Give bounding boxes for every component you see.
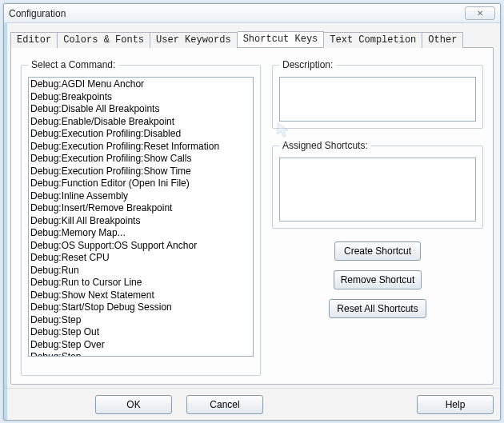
- list-item[interactable]: Debug:Execution Profiling:Show Calls: [29, 153, 253, 166]
- group-select-command: Select a Command: Debug:AGDI Menu Anchor…: [21, 59, 261, 376]
- cancel-button[interactable]: Cancel: [186, 395, 263, 414]
- window-title: Configuration: [9, 8, 66, 19]
- tab-other[interactable]: Other: [422, 32, 463, 48]
- group-description: Description:: [272, 59, 483, 129]
- group-select-command-label: Select a Command:: [28, 59, 118, 70]
- tab-strip: EditorColors & FontsUser KeywordsShortcu…: [10, 31, 494, 47]
- list-item[interactable]: Debug:Step Over: [29, 339, 253, 352]
- tab-panel-shortcut-keys: Select a Command: Debug:AGDI Menu Anchor…: [10, 47, 494, 385]
- tab-user-keywords[interactable]: User Keywords: [150, 32, 238, 48]
- tab-colors-fonts[interactable]: Colors & Fonts: [58, 32, 150, 48]
- list-item[interactable]: Debug:Run to Cursor Line: [29, 277, 253, 289]
- list-item[interactable]: Debug:Enable/Disable Breakpoint: [29, 116, 253, 129]
- command-listbox[interactable]: Debug:AGDI Menu AnchorDebug:BreakpointsD…: [28, 77, 254, 357]
- list-item[interactable]: Debug:Execution Profiling:Disabled: [29, 128, 253, 141]
- list-item[interactable]: Debug:Inline Assembly: [29, 190, 253, 203]
- list-item[interactable]: Debug:Execution Profiling:Reset Informat…: [29, 141, 253, 154]
- list-item[interactable]: Debug:Run: [29, 265, 253, 277]
- titlebar: Configuration ✕: [4, 4, 500, 23]
- list-item[interactable]: Debug:Execution Profiling:Show Time: [29, 166, 253, 178]
- group-assigned-label: Assigned Shortcuts:: [279, 140, 371, 151]
- close-icon: ✕: [477, 9, 483, 18]
- list-item[interactable]: Debug:Insert/Remove Breakpoint: [29, 202, 253, 215]
- group-description-label: Description:: [279, 59, 336, 70]
- close-button[interactable]: ✕: [465, 6, 495, 20]
- configuration-dialog: Configuration ✕ EditorColors & FontsUser…: [3, 3, 501, 421]
- list-item[interactable]: Debug:Show Next Statement: [29, 289, 253, 302]
- list-item[interactable]: Debug:Kill All Breakpoints: [29, 215, 253, 228]
- left-edge-strip: [4, 23, 7, 420]
- ok-button[interactable]: OK: [95, 395, 172, 414]
- list-item[interactable]: Debug:Step: [29, 314, 253, 327]
- tab-editor[interactable]: Editor: [10, 32, 58, 48]
- reset-all-shortcuts-button[interactable]: Reset All Shortcuts: [329, 299, 426, 318]
- group-assigned-shortcuts: Assigned Shortcuts:: [272, 140, 483, 229]
- tab-text-completion[interactable]: Text Completion: [324, 32, 422, 48]
- tab-shortcut-keys[interactable]: Shortcut Keys: [238, 31, 325, 47]
- create-shortcut-button[interactable]: Create Shortcut: [334, 241, 421, 261]
- remove-shortcut-button[interactable]: Remove Shortcut: [334, 270, 422, 289]
- list-item[interactable]: Debug:Reset CPU: [29, 252, 253, 265]
- shortcut-buttons: Create Shortcut Remove Shortcut Reset Al…: [272, 241, 483, 318]
- help-button[interactable]: Help: [417, 395, 494, 414]
- list-item[interactable]: Debug:Stop: [29, 351, 253, 357]
- description-box: [279, 77, 476, 122]
- assigned-shortcuts-box[interactable]: [279, 158, 476, 221]
- list-item[interactable]: Debug:Function Editor (Open Ini File): [29, 178, 253, 190]
- list-item[interactable]: Debug:OS Support:OS Support Anchor: [29, 240, 253, 253]
- list-item[interactable]: Debug:Disable All Breakpoints: [29, 103, 253, 116]
- list-item[interactable]: Debug:AGDI Menu Anchor: [29, 78, 253, 91]
- list-item[interactable]: Debug:Step Out: [29, 326, 253, 339]
- list-item[interactable]: Debug:Breakpoints: [29, 91, 253, 104]
- list-item[interactable]: Debug:Memory Map...: [29, 227, 253, 240]
- list-item[interactable]: Debug:Start/Stop Debug Session: [29, 301, 253, 314]
- dialog-button-bar: OK Cancel Help: [4, 388, 500, 420]
